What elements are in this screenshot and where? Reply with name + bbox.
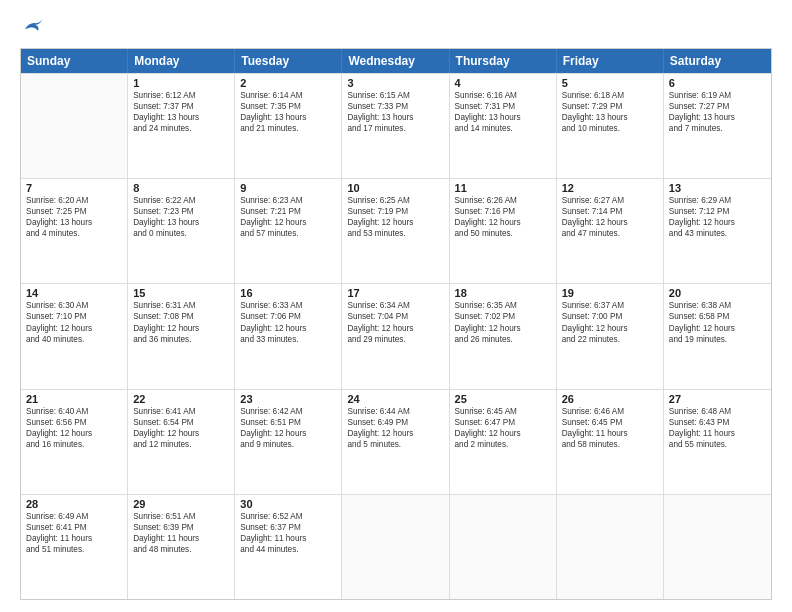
cell-info-line: Daylight: 12 hours xyxy=(455,323,551,334)
cell-info-line: Daylight: 12 hours xyxy=(562,323,658,334)
calendar-cell-29: 29Sunrise: 6:51 AMSunset: 6:39 PMDayligh… xyxy=(128,495,235,599)
cell-info-line: Daylight: 12 hours xyxy=(455,428,551,439)
day-number: 30 xyxy=(240,498,336,510)
day-number: 18 xyxy=(455,287,551,299)
calendar-cell-14: 14Sunrise: 6:30 AMSunset: 7:10 PMDayligh… xyxy=(21,284,128,388)
cell-info-line: Sunrise: 6:15 AM xyxy=(347,90,443,101)
day-number: 12 xyxy=(562,182,658,194)
cell-info-line: and 9 minutes. xyxy=(240,439,336,450)
cell-info-line: Sunset: 6:56 PM xyxy=(26,417,122,428)
calendar-cell-20: 20Sunrise: 6:38 AMSunset: 6:58 PMDayligh… xyxy=(664,284,771,388)
cell-info-line: Daylight: 12 hours xyxy=(562,217,658,228)
day-number: 11 xyxy=(455,182,551,194)
day-number: 9 xyxy=(240,182,336,194)
cell-info-line: Sunset: 7:19 PM xyxy=(347,206,443,217)
cell-info-line: and 17 minutes. xyxy=(347,123,443,134)
cell-info-line: and 12 minutes. xyxy=(133,439,229,450)
calendar-cell-26: 26Sunrise: 6:46 AMSunset: 6:45 PMDayligh… xyxy=(557,390,664,494)
cell-info-line: and 19 minutes. xyxy=(669,334,766,345)
day-number: 28 xyxy=(26,498,122,510)
cell-info-line: Sunset: 6:39 PM xyxy=(133,522,229,533)
cell-info-line: Daylight: 13 hours xyxy=(562,112,658,123)
day-number: 10 xyxy=(347,182,443,194)
day-number: 7 xyxy=(26,182,122,194)
cell-info-line: Daylight: 12 hours xyxy=(347,323,443,334)
cell-info-line: Sunrise: 6:25 AM xyxy=(347,195,443,206)
cell-info-line: and 51 minutes. xyxy=(26,544,122,555)
cell-info-line: Sunrise: 6:52 AM xyxy=(240,511,336,522)
cell-info-line: Sunset: 7:23 PM xyxy=(133,206,229,217)
day-number: 27 xyxy=(669,393,766,405)
day-number: 25 xyxy=(455,393,551,405)
cell-info-line: Sunset: 7:31 PM xyxy=(455,101,551,112)
cell-info-line: and 55 minutes. xyxy=(669,439,766,450)
cell-info-line: Sunset: 6:43 PM xyxy=(669,417,766,428)
cell-info-line: Sunrise: 6:38 AM xyxy=(669,300,766,311)
cell-info-line: Sunset: 7:08 PM xyxy=(133,311,229,322)
calendar-cell-16: 16Sunrise: 6:33 AMSunset: 7:06 PMDayligh… xyxy=(235,284,342,388)
header-day-friday: Friday xyxy=(557,49,664,73)
cell-info-line: Sunset: 6:37 PM xyxy=(240,522,336,533)
calendar-cell-15: 15Sunrise: 6:31 AMSunset: 7:08 PMDayligh… xyxy=(128,284,235,388)
cell-info-line: Sunrise: 6:29 AM xyxy=(669,195,766,206)
cell-info-line: Sunrise: 6:18 AM xyxy=(562,90,658,101)
cell-info-line: Daylight: 11 hours xyxy=(562,428,658,439)
cell-info-line: and 33 minutes. xyxy=(240,334,336,345)
calendar-cell-empty xyxy=(21,74,128,178)
cell-info-line: Sunrise: 6:27 AM xyxy=(562,195,658,206)
cell-info-line: Daylight: 12 hours xyxy=(133,323,229,334)
cell-info-line: and 24 minutes. xyxy=(133,123,229,134)
cell-info-line: Daylight: 12 hours xyxy=(347,217,443,228)
cell-info-line: Sunset: 7:04 PM xyxy=(347,311,443,322)
cell-info-line: Sunrise: 6:20 AM xyxy=(26,195,122,206)
calendar-cell-13: 13Sunrise: 6:29 AMSunset: 7:12 PMDayligh… xyxy=(664,179,771,283)
cell-info-line: Sunset: 7:02 PM xyxy=(455,311,551,322)
calendar-row-0: 1Sunrise: 6:12 AMSunset: 7:37 PMDaylight… xyxy=(21,73,771,178)
logo-bird-icon xyxy=(22,16,44,38)
cell-info-line: Daylight: 12 hours xyxy=(669,217,766,228)
cell-info-line: Daylight: 13 hours xyxy=(347,112,443,123)
calendar-cell-25: 25Sunrise: 6:45 AMSunset: 6:47 PMDayligh… xyxy=(450,390,557,494)
cell-info-line: Daylight: 12 hours xyxy=(240,217,336,228)
cell-info-line: Daylight: 12 hours xyxy=(669,323,766,334)
calendar-cell-10: 10Sunrise: 6:25 AMSunset: 7:19 PMDayligh… xyxy=(342,179,449,283)
cell-info-line: Sunset: 7:33 PM xyxy=(347,101,443,112)
day-number: 24 xyxy=(347,393,443,405)
calendar-cell-6: 6Sunrise: 6:19 AMSunset: 7:27 PMDaylight… xyxy=(664,74,771,178)
calendar-cell-28: 28Sunrise: 6:49 AMSunset: 6:41 PMDayligh… xyxy=(21,495,128,599)
day-number: 22 xyxy=(133,393,229,405)
day-number: 26 xyxy=(562,393,658,405)
cell-info-line: Sunset: 6:51 PM xyxy=(240,417,336,428)
calendar-row-2: 14Sunrise: 6:30 AMSunset: 7:10 PMDayligh… xyxy=(21,283,771,388)
cell-info-line: Sunrise: 6:19 AM xyxy=(669,90,766,101)
calendar-cell-19: 19Sunrise: 6:37 AMSunset: 7:00 PMDayligh… xyxy=(557,284,664,388)
calendar-cell-9: 9Sunrise: 6:23 AMSunset: 7:21 PMDaylight… xyxy=(235,179,342,283)
calendar-cell-30: 30Sunrise: 6:52 AMSunset: 6:37 PMDayligh… xyxy=(235,495,342,599)
cell-info-line: Daylight: 11 hours xyxy=(133,533,229,544)
cell-info-line: Sunset: 7:21 PM xyxy=(240,206,336,217)
cell-info-line: Daylight: 13 hours xyxy=(133,112,229,123)
cell-info-line: and 14 minutes. xyxy=(455,123,551,134)
header-day-sunday: Sunday xyxy=(21,49,128,73)
cell-info-line: Sunrise: 6:42 AM xyxy=(240,406,336,417)
cell-info-line: Sunrise: 6:44 AM xyxy=(347,406,443,417)
cell-info-line: and 57 minutes. xyxy=(240,228,336,239)
cell-info-line: and 21 minutes. xyxy=(240,123,336,134)
cell-info-line: Sunset: 7:27 PM xyxy=(669,101,766,112)
cell-info-line: Sunrise: 6:48 AM xyxy=(669,406,766,417)
calendar-cell-22: 22Sunrise: 6:41 AMSunset: 6:54 PMDayligh… xyxy=(128,390,235,494)
calendar-cell-empty xyxy=(450,495,557,599)
cell-info-line: Sunrise: 6:49 AM xyxy=(26,511,122,522)
cell-info-line: Sunset: 7:10 PM xyxy=(26,311,122,322)
day-number: 13 xyxy=(669,182,766,194)
calendar-cell-23: 23Sunrise: 6:42 AMSunset: 6:51 PMDayligh… xyxy=(235,390,342,494)
cell-info-line: Sunrise: 6:30 AM xyxy=(26,300,122,311)
cell-info-line: Sunset: 7:37 PM xyxy=(133,101,229,112)
cell-info-line: Sunset: 6:47 PM xyxy=(455,417,551,428)
cell-info-line: and 26 minutes. xyxy=(455,334,551,345)
day-number: 14 xyxy=(26,287,122,299)
day-number: 29 xyxy=(133,498,229,510)
cell-info-line: Daylight: 12 hours xyxy=(240,323,336,334)
header-day-wednesday: Wednesday xyxy=(342,49,449,73)
calendar-cell-3: 3Sunrise: 6:15 AMSunset: 7:33 PMDaylight… xyxy=(342,74,449,178)
